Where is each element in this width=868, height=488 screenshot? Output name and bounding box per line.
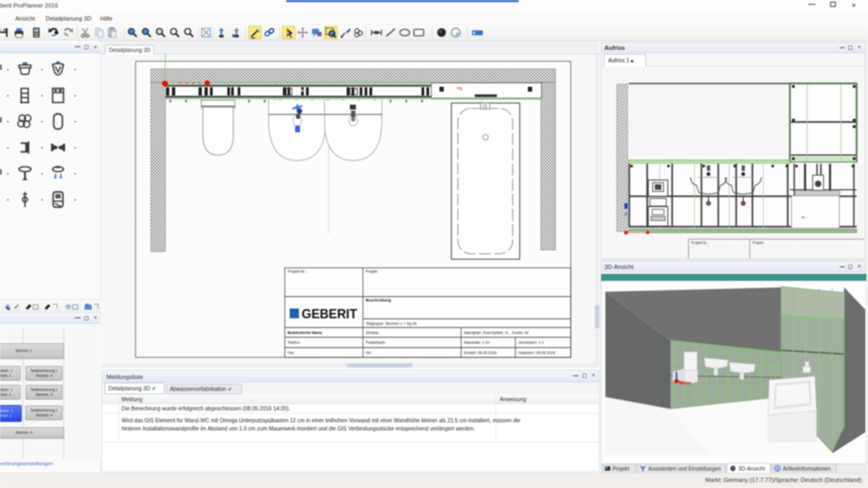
svg-text:Massstab: 1:20: Massstab: 1:20 — [464, 341, 490, 344]
svg-text:Erstellt: 08.05.2016: Erstellt: 08.05.2016 — [464, 351, 496, 355]
svg-text:Projekt: Projekt — [366, 269, 378, 274]
svg-text:Strasse: Strasse — [366, 331, 379, 335]
svg-text:GEBERIT: GEBERIT — [302, 307, 357, 321]
svg-text:Postleitzahl: Postleitzahl — [366, 341, 385, 344]
svg-text:Projekt-Nr. :: Projekt-Nr. : — [288, 269, 308, 274]
svg-text:Bearbeiter/in Name: Bearbeiter/in Name — [288, 331, 322, 335]
svg-text:Ort: Ort — [366, 351, 371, 355]
svg-text:Fax: Fax — [288, 351, 294, 355]
svg-text:Projekt-N...: Projekt-N... — [691, 241, 709, 245]
svg-text:Geändert: 08.05.2016: Geändert: 08.05.2016 — [518, 351, 555, 355]
svg-text:Gemessen: 1:1: Gemessen: 1:1 — [518, 341, 544, 344]
svg-text:Projekt: Projekt — [752, 241, 763, 245]
svg-text:Telefon: Telefon — [288, 341, 300, 344]
svg-text:Teilgruppe: Sechsm 1 + Sg 18: Teilgruppe: Sechsm 1 + Sg 18 — [366, 322, 417, 326]
svg-text:Wandplan: Duschplatte, H... D: Wandplan: Duschplatte, H... Duofix, W — [464, 331, 529, 335]
svg-text:Beschreibung: Beschreibung — [366, 298, 391, 303]
